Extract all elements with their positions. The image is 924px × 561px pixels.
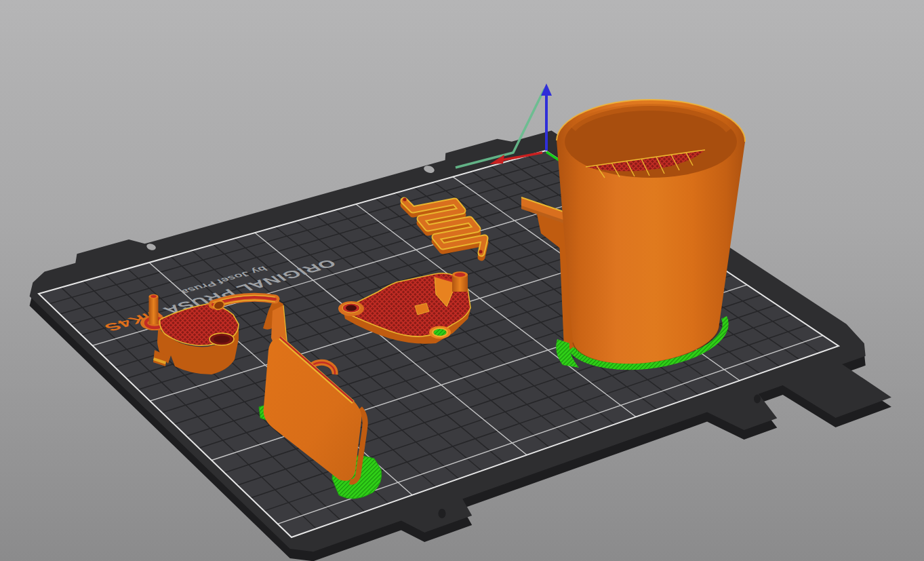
bracket-pin-top-infill xyxy=(150,295,156,298)
bracket-hole-inner xyxy=(214,336,230,343)
tribracket-boss-infill xyxy=(455,273,466,277)
bracket-pin xyxy=(149,296,159,324)
serpentine-end-dot xyxy=(403,197,406,201)
tribracket-lug-hole xyxy=(346,305,357,311)
tribracket-support-in-hole xyxy=(434,329,447,336)
serpentine-end-dot xyxy=(479,250,482,253)
z-axis-arrowhead xyxy=(541,83,552,96)
viewport-canvas: ORIGINAL PRUSA MK4S by Josef Prusa xyxy=(0,0,924,561)
sheet-tab-pin xyxy=(439,509,446,518)
sheet-tab-pin xyxy=(754,395,761,404)
slicer-3d-viewport: ORIGINAL PRUSA MK4S by Josef Prusa xyxy=(0,0,924,561)
